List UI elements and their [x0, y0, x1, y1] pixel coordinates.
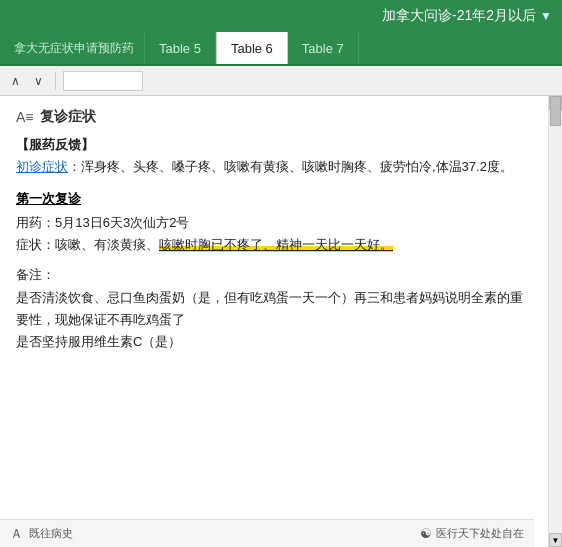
bottom-left: Ａ 既往病史: [10, 525, 73, 543]
title-bar-text: 加拿大问诊-21年2月以后 ▼: [382, 7, 552, 25]
note-section: 备注： 是否清淡饮食、忌口鱼肉蛋奶（是，但有吃鸡蛋一天一个）再三和患者妈妈说明全…: [16, 264, 532, 352]
content-block: 【服药反馈】 初诊症状：浑身疼、头疼、嗓子疼、咳嗽有黄痰、咳嗽时胸疼、疲劳怕冷,…: [16, 134, 532, 353]
note-title-text: 备注：: [16, 267, 55, 282]
bottom-right: ☯ 医行天下处处自在: [420, 526, 524, 541]
tab-spacer: [359, 32, 562, 64]
section-title: 复诊症状: [40, 108, 96, 126]
content-panel[interactable]: A≡ 复诊症状 【服药反馈】 初诊症状：浑身疼、头疼、嗓子疼、咳嗽有黄痰、咳嗽时…: [0, 96, 548, 547]
scrollbar-down-button[interactable]: ▼: [549, 533, 562, 547]
initial-symptoms-line: 初诊症状：浑身疼、头疼、嗓子疼、咳嗽有黄痰、咳嗽时胸疼、疲劳怕冷,体温37.2度…: [16, 156, 532, 178]
section-icon: A≡: [16, 109, 34, 125]
scrollbar-thumb[interactable]: [550, 96, 561, 126]
drug-feedback-title: 【服药反馈】: [16, 134, 532, 156]
bottom-left-label[interactable]: 既往病史: [29, 526, 73, 541]
bottom-bar: Ａ 既往病史 ☯ 医行天下处处自在: [0, 519, 534, 547]
initial-symptoms-text: ：浑身疼、头疼、嗓子疼、咳嗽有黄痰、咳嗽时胸疼、疲劳怕冷,体温37.2度。: [68, 159, 513, 174]
title-text: 加拿大问诊-21年2月以后: [382, 7, 536, 25]
bottom-right-label: 医行天下处处自在: [436, 526, 524, 541]
tab-6[interactable]: Table 6: [216, 32, 288, 64]
tab-main[interactable]: 拿大无症状申请预防药: [0, 32, 145, 64]
tab-bar: 拿大无症状申请预防药 Table 5 Table 6 Table 7: [0, 32, 562, 66]
initial-symptoms-label: 初诊症状: [16, 159, 68, 174]
title-dropdown-arrow[interactable]: ▼: [540, 9, 552, 23]
medication-text: 用药：5月13日6天3次仙方2号: [16, 215, 189, 230]
symptom-prefix: 症状：咳嗽、有淡黄痰、: [16, 237, 159, 252]
tab-7[interactable]: Table 7: [288, 32, 359, 64]
toolbar-input[interactable]: [63, 71, 143, 91]
forward-button[interactable]: ∨: [29, 72, 48, 90]
tab-5[interactable]: Table 5: [145, 32, 216, 64]
bottom-right-icon: ☯: [420, 526, 432, 541]
bottom-left-icon: Ａ: [10, 525, 23, 543]
symptom-highlighted: 咳嗽时胸已不疼了、精神一天比一天好。: [159, 237, 393, 252]
bracket-title-text: 【服药反馈】: [16, 137, 94, 152]
note-line-2: 是否坚持服用维生素C（是）: [16, 331, 532, 353]
title-bar: 加拿大问诊-21年2月以后 ▼: [0, 0, 562, 32]
scrollbar[interactable]: ▲ ▼: [548, 96, 562, 547]
back-button[interactable]: ∧: [6, 72, 25, 90]
medication-line: 用药：5月13日6天3次仙方2号: [16, 212, 532, 234]
toolbar-divider: [55, 72, 56, 90]
toolbar: ∧ ∨: [0, 66, 562, 96]
note-title-line: 备注：: [16, 264, 532, 286]
first-revisit-title: 第一次复诊: [16, 188, 532, 210]
main-area: A≡ 复诊症状 【服药反馈】 初诊症状：浑身疼、头疼、嗓子疼、咳嗽有黄痰、咳嗽时…: [0, 96, 562, 547]
symptom-line: 症状：咳嗽、有淡黄痰、咳嗽时胸已不疼了、精神一天比一天好。: [16, 234, 532, 256]
section-header: A≡ 复诊症状: [16, 108, 532, 126]
note-line-1: 是否清淡饮食、忌口鱼肉蛋奶（是，但有吃鸡蛋一天一个）再三和患者妈妈说明全素的重要…: [16, 287, 532, 331]
